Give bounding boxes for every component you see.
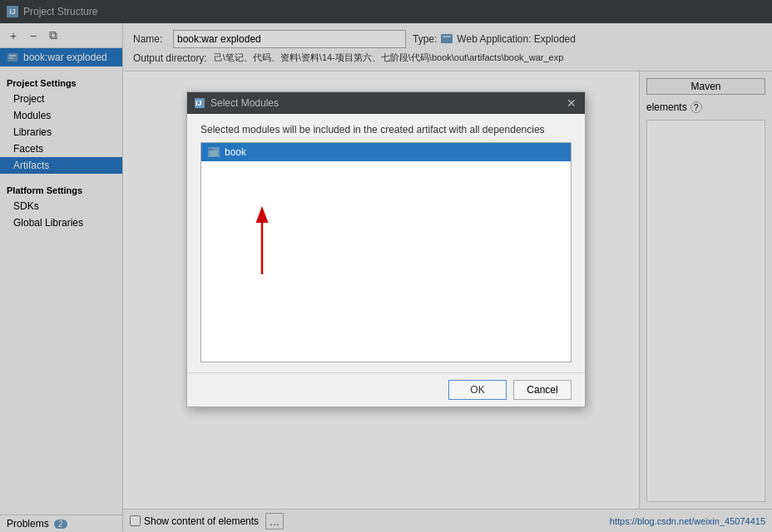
svg-text:IJ: IJ xyxy=(195,99,202,107)
ok-button[interactable]: OK xyxy=(448,380,507,400)
modal-body: Selected modules will be included in the… xyxy=(187,114,585,372)
select-modules-dialog: IJ Select Modules ✕ Selected modules wil… xyxy=(186,91,586,407)
svg-rect-9 xyxy=(210,150,218,156)
modal-footer: OK Cancel xyxy=(187,372,585,406)
modal-title: Select Modules xyxy=(210,97,279,109)
modal-icon: IJ xyxy=(194,97,205,109)
modal-title-left: IJ Select Modules xyxy=(194,97,279,109)
module-name: book xyxy=(225,146,246,158)
module-item-book[interactable]: book xyxy=(201,143,571,161)
module-list: book xyxy=(200,142,572,362)
module-icon xyxy=(208,147,220,157)
modal-close-button[interactable]: ✕ xyxy=(565,96,578,110)
svg-rect-8 xyxy=(208,149,213,150)
modal-overlay: IJ Select Modules ✕ Selected modules wil… xyxy=(0,0,772,532)
module-folder-icon xyxy=(208,147,220,157)
modal-title-bar: IJ Select Modules ✕ xyxy=(187,92,585,114)
cancel-button[interactable]: Cancel xyxy=(513,380,572,400)
modal-description: Selected modules will be included in the… xyxy=(200,124,572,135)
